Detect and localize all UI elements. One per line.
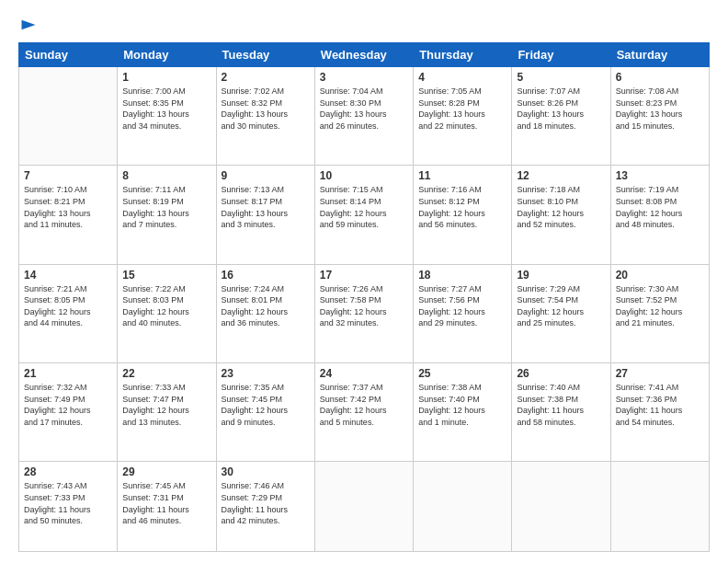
day-cell: 22Sunrise: 7:33 AM Sunset: 7:47 PM Dayli… xyxy=(118,363,216,462)
day-number: 22 xyxy=(122,367,210,380)
day-cell: 3Sunrise: 7:04 AM Sunset: 8:30 PM Daylig… xyxy=(314,67,413,166)
day-detail: Sunrise: 7:02 AM Sunset: 8:32 PM Dayligh… xyxy=(222,86,310,132)
day-detail: Sunrise: 7:04 AM Sunset: 8:30 PM Dayligh… xyxy=(320,86,408,132)
day-cell: 10Sunrise: 7:15 AM Sunset: 8:14 PM Dayli… xyxy=(314,166,413,264)
day-cell: 27Sunrise: 7:41 AM Sunset: 7:36 PM Dayli… xyxy=(610,363,709,462)
week-row-2: 7Sunrise: 7:10 AM Sunset: 8:21 PM Daylig… xyxy=(19,166,710,264)
day-cell: 9Sunrise: 7:13 AM Sunset: 8:17 PM Daylig… xyxy=(216,166,314,264)
day-number: 2 xyxy=(222,71,310,84)
day-detail: Sunrise: 7:07 AM Sunset: 8:26 PM Dayligh… xyxy=(517,86,605,132)
day-number: 21 xyxy=(24,367,112,380)
day-number: 6 xyxy=(616,71,704,84)
day-detail: Sunrise: 7:33 AM Sunset: 7:47 PM Dayligh… xyxy=(122,382,210,428)
day-detail: Sunrise: 7:08 AM Sunset: 8:23 PM Dayligh… xyxy=(616,86,704,132)
logo-flag-icon xyxy=(20,17,37,33)
day-cell: 30Sunrise: 7:46 AM Sunset: 7:29 PM Dayli… xyxy=(216,462,314,552)
day-cell: 23Sunrise: 7:35 AM Sunset: 7:45 PM Dayli… xyxy=(216,363,314,462)
day-cell: 11Sunrise: 7:16 AM Sunset: 8:12 PM Dayli… xyxy=(414,166,512,264)
weekday-header-sunday: Sunday xyxy=(19,43,118,67)
day-cell: 24Sunrise: 7:37 AM Sunset: 7:42 PM Dayli… xyxy=(314,363,413,462)
logo xyxy=(18,17,37,33)
week-row-1: 1Sunrise: 7:00 AM Sunset: 8:35 PM Daylig… xyxy=(19,67,710,166)
day-detail: Sunrise: 7:30 AM Sunset: 7:52 PM Dayligh… xyxy=(616,283,704,329)
day-detail: Sunrise: 7:27 AM Sunset: 7:56 PM Dayligh… xyxy=(418,283,506,329)
day-detail: Sunrise: 7:26 AM Sunset: 7:58 PM Dayligh… xyxy=(320,283,408,329)
day-detail: Sunrise: 7:21 AM Sunset: 8:05 PM Dayligh… xyxy=(24,283,112,329)
day-detail: Sunrise: 7:05 AM Sunset: 8:28 PM Dayligh… xyxy=(418,86,506,132)
day-number: 8 xyxy=(122,169,210,182)
day-number: 9 xyxy=(222,169,310,182)
day-cell: 28Sunrise: 7:43 AM Sunset: 7:33 PM Dayli… xyxy=(19,462,118,552)
week-row-3: 14Sunrise: 7:21 AM Sunset: 8:05 PM Dayli… xyxy=(19,264,710,362)
day-number: 16 xyxy=(222,269,310,282)
day-cell: 16Sunrise: 7:24 AM Sunset: 8:01 PM Dayli… xyxy=(216,264,314,362)
day-detail: Sunrise: 7:15 AM Sunset: 8:14 PM Dayligh… xyxy=(320,184,408,230)
header xyxy=(18,17,710,33)
day-number: 13 xyxy=(616,169,704,182)
day-detail: Sunrise: 7:11 AM Sunset: 8:19 PM Dayligh… xyxy=(122,184,210,230)
day-detail: Sunrise: 7:37 AM Sunset: 7:42 PM Dayligh… xyxy=(320,382,408,428)
day-cell: 1Sunrise: 7:00 AM Sunset: 8:35 PM Daylig… xyxy=(118,67,216,166)
day-cell: 14Sunrise: 7:21 AM Sunset: 8:05 PM Dayli… xyxy=(19,264,118,362)
day-detail: Sunrise: 7:43 AM Sunset: 7:33 PM Dayligh… xyxy=(24,480,112,526)
weekday-header-tuesday: Tuesday xyxy=(216,43,314,67)
day-cell: 5Sunrise: 7:07 AM Sunset: 8:26 PM Daylig… xyxy=(512,67,610,166)
day-cell xyxy=(512,462,610,552)
day-cell: 13Sunrise: 7:19 AM Sunset: 8:08 PM Dayli… xyxy=(610,166,709,264)
day-number: 4 xyxy=(418,71,506,84)
day-number: 29 xyxy=(122,465,210,478)
week-row-5: 28Sunrise: 7:43 AM Sunset: 7:33 PM Dayli… xyxy=(19,462,710,552)
day-number: 5 xyxy=(517,71,605,84)
day-cell: 15Sunrise: 7:22 AM Sunset: 8:03 PM Dayli… xyxy=(118,264,216,362)
day-number: 24 xyxy=(320,367,408,380)
day-detail: Sunrise: 7:32 AM Sunset: 7:49 PM Dayligh… xyxy=(24,382,112,428)
day-cell xyxy=(19,67,118,166)
day-detail: Sunrise: 7:24 AM Sunset: 8:01 PM Dayligh… xyxy=(222,283,310,329)
day-cell: 20Sunrise: 7:30 AM Sunset: 7:52 PM Dayli… xyxy=(610,264,709,362)
day-number: 19 xyxy=(517,269,605,282)
day-number: 7 xyxy=(24,169,112,182)
day-detail: Sunrise: 7:10 AM Sunset: 8:21 PM Dayligh… xyxy=(24,184,112,230)
day-detail: Sunrise: 7:29 AM Sunset: 7:54 PM Dayligh… xyxy=(517,283,605,329)
weekday-header-thursday: Thursday xyxy=(414,43,512,67)
day-number: 18 xyxy=(418,269,506,282)
day-cell: 6Sunrise: 7:08 AM Sunset: 8:23 PM Daylig… xyxy=(610,67,709,166)
day-cell: 8Sunrise: 7:11 AM Sunset: 8:19 PM Daylig… xyxy=(118,166,216,264)
weekday-header-saturday: Saturday xyxy=(610,43,709,67)
day-detail: Sunrise: 7:18 AM Sunset: 8:10 PM Dayligh… xyxy=(517,184,605,230)
day-cell: 19Sunrise: 7:29 AM Sunset: 7:54 PM Dayli… xyxy=(512,264,610,362)
day-number: 12 xyxy=(517,169,605,182)
day-number: 28 xyxy=(24,465,112,478)
day-cell: 25Sunrise: 7:38 AM Sunset: 7:40 PM Dayli… xyxy=(414,363,512,462)
svg-marker-0 xyxy=(22,20,36,30)
day-number: 10 xyxy=(320,169,408,182)
day-number: 1 xyxy=(122,71,210,84)
weekday-header-wednesday: Wednesday xyxy=(314,43,413,67)
day-number: 30 xyxy=(222,465,310,478)
day-detail: Sunrise: 7:45 AM Sunset: 7:31 PM Dayligh… xyxy=(122,480,210,526)
day-number: 26 xyxy=(517,367,605,380)
day-number: 15 xyxy=(122,269,210,282)
weekday-header-friday: Friday xyxy=(512,43,610,67)
day-cell: 7Sunrise: 7:10 AM Sunset: 8:21 PM Daylig… xyxy=(19,166,118,264)
day-detail: Sunrise: 7:16 AM Sunset: 8:12 PM Dayligh… xyxy=(418,184,506,230)
day-cell xyxy=(314,462,413,552)
day-number: 17 xyxy=(320,269,408,282)
day-cell: 21Sunrise: 7:32 AM Sunset: 7:49 PM Dayli… xyxy=(19,363,118,462)
day-detail: Sunrise: 7:00 AM Sunset: 8:35 PM Dayligh… xyxy=(122,86,210,132)
day-cell: 12Sunrise: 7:18 AM Sunset: 8:10 PM Dayli… xyxy=(512,166,610,264)
day-number: 23 xyxy=(222,367,310,380)
day-detail: Sunrise: 7:40 AM Sunset: 7:38 PM Dayligh… xyxy=(517,382,605,428)
day-detail: Sunrise: 7:22 AM Sunset: 8:03 PM Dayligh… xyxy=(122,283,210,329)
calendar: SundayMondayTuesdayWednesdayThursdayFrid… xyxy=(18,42,710,552)
day-detail: Sunrise: 7:41 AM Sunset: 7:36 PM Dayligh… xyxy=(616,382,704,428)
day-detail: Sunrise: 7:19 AM Sunset: 8:08 PM Dayligh… xyxy=(616,184,704,230)
day-number: 20 xyxy=(616,269,704,282)
day-detail: Sunrise: 7:46 AM Sunset: 7:29 PM Dayligh… xyxy=(222,480,310,526)
day-detail: Sunrise: 7:38 AM Sunset: 7:40 PM Dayligh… xyxy=(418,382,506,428)
day-number: 25 xyxy=(418,367,506,380)
day-number: 27 xyxy=(616,367,704,380)
day-cell: 18Sunrise: 7:27 AM Sunset: 7:56 PM Dayli… xyxy=(414,264,512,362)
day-number: 14 xyxy=(24,269,112,282)
day-cell: 4Sunrise: 7:05 AM Sunset: 8:28 PM Daylig… xyxy=(414,67,512,166)
